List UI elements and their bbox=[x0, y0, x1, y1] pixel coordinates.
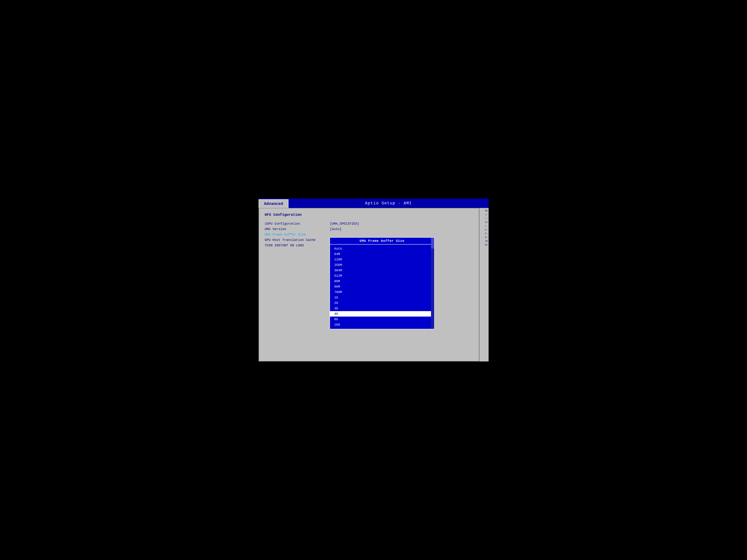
dropdown-item-3g[interactable]: 3G bbox=[330, 306, 434, 311]
igpu-label: iGPU Configuration bbox=[265, 222, 326, 225]
dropdown-overlay: UMA Frame buffer Size Auto 64M 128M 256M… bbox=[330, 237, 435, 329]
sidebar-item-7: 9: bbox=[480, 236, 488, 239]
bios-title: Aptio Setup - AMI bbox=[288, 198, 488, 208]
menu-row-uma-version: UMA Version [Auto] bbox=[265, 227, 473, 231]
sidebar-item-1: +: bbox=[480, 213, 488, 216]
dropdown-item-16g[interactable]: 16G bbox=[330, 322, 434, 327]
dropdown-item-768m[interactable]: 768M bbox=[330, 289, 434, 295]
menu-row-igpu: iGPU Configuration [UMA_SPECIFIED] bbox=[265, 222, 473, 225]
dropdown-item-8g[interactable]: 8G bbox=[330, 317, 434, 322]
scrollbar-thumb bbox=[431, 238, 434, 248]
dropdown-list: Auto 64M 128M 256M 384M 512M 80M 96M 768… bbox=[330, 244, 434, 329]
dropdown-item-512m[interactable]: 512M bbox=[330, 273, 434, 278]
dropdown-item-auto[interactable]: Auto bbox=[330, 246, 434, 251]
dropdown-item-128m[interactable]: 128M bbox=[330, 257, 434, 262]
section-title: GFX Configuration bbox=[265, 213, 473, 217]
sidebar-item-6: 2: bbox=[480, 232, 488, 235]
sidebar-item-5: 1: bbox=[480, 229, 488, 231]
sidebar-item-0: Se bbox=[480, 209, 488, 212]
main-content: GFX Configuration iGPU Configuration [UM… bbox=[259, 208, 489, 362]
dropdown-title: UMA Frame buffer Size bbox=[330, 238, 434, 244]
sidebar-item-9: SC bbox=[480, 244, 488, 246]
gpu-host-label: GPU Host Translation Cache bbox=[265, 238, 326, 242]
dropdown-item-64m[interactable]: 64M bbox=[330, 251, 434, 257]
dropdown-item-4g[interactable]: 4G bbox=[330, 311, 434, 317]
tcon-label: TCON INSTANT ON LOGO bbox=[265, 244, 326, 247]
dropdown-item-384m[interactable]: 384M bbox=[330, 268, 434, 273]
menu-row-uma-framebuffer[interactable]: UMA Frame buffer Size bbox=[265, 233, 473, 236]
uma-version-value: [Auto] bbox=[330, 227, 342, 231]
sidebar-item-2: ↓: bbox=[480, 217, 488, 220]
content-area: GFX Configuration iGPU Configuration [UM… bbox=[259, 208, 479, 362]
bios-screen: Advanced Aptio Setup - AMI GFX Configura… bbox=[259, 198, 489, 362]
top-bar: Advanced Aptio Setup - AMI bbox=[259, 198, 489, 208]
right-sidebar: Se +: ↓: nt /- 1: 2: 9: 10 SC bbox=[479, 208, 489, 362]
sidebar-item-4: /- bbox=[480, 224, 488, 227]
igpu-value: [UMA_SPECIFIED] bbox=[330, 222, 359, 225]
scrollbar[interactable] bbox=[431, 238, 434, 329]
dropdown-item-1g[interactable]: 1G bbox=[330, 295, 434, 300]
dropdown-item-96m[interactable]: 96M bbox=[330, 284, 434, 289]
dropdown-item-2g[interactable]: 2G bbox=[330, 300, 434, 306]
sidebar-item-3: nt bbox=[480, 221, 488, 223]
dropdown-item-256m[interactable]: 256M bbox=[330, 262, 434, 268]
uma-framebuffer-label: UMA Frame buffer Size bbox=[265, 233, 326, 236]
sidebar-item-8: 10 bbox=[480, 240, 488, 243]
tab-advanced[interactable]: Advanced bbox=[259, 199, 289, 208]
uma-version-label: UMA Version bbox=[265, 227, 326, 231]
dropdown-item-80m[interactable]: 80M bbox=[330, 278, 434, 284]
